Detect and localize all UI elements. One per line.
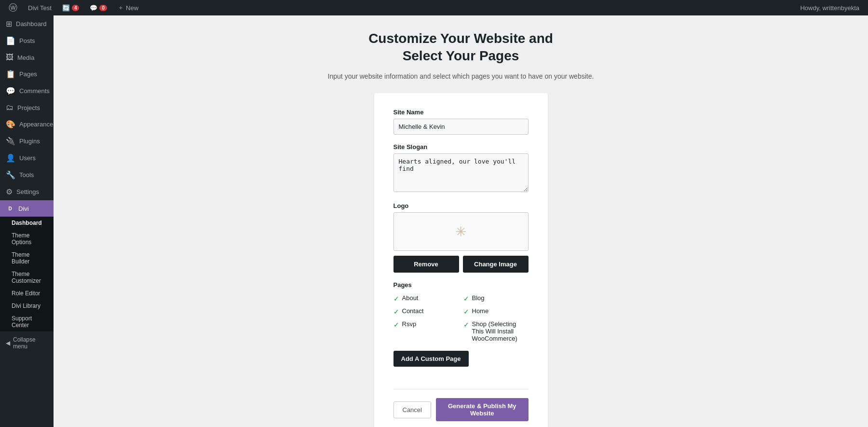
sidebar-label-users: Users: [19, 154, 36, 162]
page-label-blog: Blog: [472, 294, 485, 302]
pages-grid: ✓ About ✓ Blog ✓ Contact ✓ Home: [393, 294, 529, 342]
pages-icon: 📋: [6, 69, 15, 79]
comments-item[interactable]: 💬 0: [85, 0, 112, 15]
sidebar-item-settings[interactable]: ⚙ Settings: [0, 183, 54, 200]
sidebar-item-media[interactable]: 🖼 Media: [0, 49, 54, 66]
logo-button-row: Remove Change Image: [393, 256, 529, 273]
sidebar-item-dashboard[interactable]: ⊞ Dashboard: [0, 15, 54, 32]
collapse-menu-button[interactable]: ◀ Collapse menu: [0, 331, 54, 355]
divi-sub-theme-builder[interactable]: Theme Builder: [0, 248, 54, 268]
site-name-label: Divi Test: [28, 4, 52, 12]
sidebar-label-pages: Pages: [19, 70, 37, 78]
change-image-button[interactable]: Change Image: [463, 256, 529, 273]
remove-logo-button[interactable]: Remove: [393, 256, 459, 273]
site-name-group: Site Name: [393, 109, 529, 135]
collapse-icon: ◀: [6, 340, 10, 346]
customize-card: Site Name Site Slogan Logo ✳ Remove Chan…: [374, 93, 548, 427]
logo-group: Logo ✳ Remove Change Image: [393, 202, 529, 273]
tools-icon: 🔧: [6, 170, 15, 179]
page-check-home: ✓ Home: [463, 307, 529, 316]
sidebar-label-posts: Posts: [19, 37, 35, 44]
page-label-about: About: [402, 294, 419, 302]
sidebar-label-appearance: Appearance: [19, 121, 53, 128]
divi-sub-role-editor[interactable]: Role Editor: [0, 287, 54, 300]
comment-count: 0: [99, 5, 107, 11]
divi-icon: D: [6, 204, 14, 213]
sidebar-label-projects: Projects: [17, 104, 40, 111]
main-content: Customize Your Website and Select Your P…: [54, 15, 868, 427]
sidebar-label-divi: Divi: [18, 205, 29, 212]
admin-bar: ⓦ Divi Test 🔄 4 💬 0 ＋ New Howdy, written…: [0, 0, 868, 15]
site-name-item[interactable]: Divi Test: [23, 0, 56, 15]
wp-icon: ⓦ: [9, 2, 17, 14]
page-title: Customize Your Website and Select Your P…: [63, 30, 858, 65]
media-icon: 🖼: [6, 53, 14, 62]
add-custom-page-button[interactable]: Add A Custom Page: [393, 351, 469, 367]
comments-icon: 💬: [6, 86, 15, 96]
sidebar-item-pages[interactable]: 📋 Pages: [0, 66, 54, 83]
admin-sidebar: ⊞ Dashboard 📄 Posts 🖼 Media 📋 Pages 💬 Co…: [0, 15, 54, 427]
page-check-contact: ✓ Contact: [393, 307, 459, 316]
cancel-button[interactable]: Cancel: [393, 401, 431, 418]
settings-icon: ⚙: [6, 187, 13, 196]
divi-sub-dashboard[interactable]: Dashboard: [0, 217, 54, 229]
check-icon-shop: ✓: [463, 321, 469, 329]
page-check-about: ✓ About: [393, 294, 459, 303]
howdy-text: Howdy, writtenbyekta: [795, 4, 864, 12]
check-icon-about: ✓: [393, 295, 399, 303]
sidebar-item-users[interactable]: 👤 Users: [0, 150, 54, 166]
divider: [393, 389, 529, 389]
site-name-label: Site Name: [393, 109, 529, 116]
check-icon-blog: ✓: [463, 295, 469, 303]
divi-sub-theme-customizer[interactable]: Theme Customizer: [0, 268, 54, 287]
plus-icon: ＋: [118, 3, 124, 12]
page-heading: Customize Your Website and Select Your P…: [63, 30, 858, 65]
sidebar-label-dashboard: Dashboard: [16, 20, 47, 28]
wp-logo-item[interactable]: ⓦ: [4, 0, 22, 15]
projects-icon: 🗂: [6, 103, 14, 112]
divi-sub-theme-options[interactable]: Theme Options: [0, 229, 54, 248]
sidebar-item-plugins[interactable]: 🔌 Plugins: [0, 133, 54, 150]
divi-submenu: Dashboard Theme Options Theme Builder Th…: [0, 217, 54, 331]
site-slogan-group: Site Slogan: [393, 143, 529, 193]
page-label-rsvp: Rsvp: [402, 320, 417, 328]
sidebar-item-tools[interactable]: 🔧 Tools: [0, 166, 54, 183]
plugins-icon: 🔌: [6, 137, 15, 146]
generate-publish-button[interactable]: Generate & Publish My Website: [436, 398, 529, 421]
sidebar-item-divi[interactable]: D Divi: [0, 200, 54, 217]
posts-icon: 📄: [6, 36, 15, 45]
page-check-rsvp: ✓ Rsvp: [393, 320, 459, 342]
collapse-label: Collapse menu: [13, 336, 48, 350]
updates-item[interactable]: 🔄 4: [57, 0, 84, 15]
update-icon: 🔄: [62, 4, 70, 12]
sidebar-label-comments: Comments: [19, 87, 50, 95]
sidebar-item-posts[interactable]: 📄 Posts: [0, 32, 54, 49]
appearance-icon: 🎨: [6, 120, 15, 129]
sidebar-item-projects[interactable]: 🗂 Projects: [0, 99, 54, 116]
users-icon: 👤: [6, 153, 15, 163]
divi-sub-support[interactable]: Support Center: [0, 312, 54, 331]
logo-label: Logo: [393, 202, 529, 209]
pages-label: Pages: [393, 281, 529, 289]
sidebar-item-appearance[interactable]: 🎨 Appearance: [0, 116, 54, 133]
dashboard-icon: ⊞: [6, 19, 12, 28]
check-icon-contact: ✓: [393, 308, 399, 316]
sidebar-label-media: Media: [17, 54, 34, 61]
sidebar-label-plugins: Plugins: [19, 138, 40, 145]
sidebar-item-comments[interactable]: 💬 Comments: [0, 83, 54, 99]
comment-icon: 💬: [90, 4, 97, 12]
site-name-input[interactable]: [393, 119, 529, 135]
page-subtitle: Input your website information and selec…: [63, 71, 858, 82]
page-label-contact: Contact: [402, 307, 424, 315]
site-slogan-input[interactable]: [393, 153, 529, 192]
page-check-blog: ✓ Blog: [463, 294, 529, 303]
new-content-item[interactable]: ＋ New: [113, 0, 143, 15]
divi-sub-library[interactable]: Divi Library: [0, 300, 54, 312]
check-icon-home: ✓: [463, 308, 469, 316]
page-label-home: Home: [472, 307, 489, 315]
update-count: 4: [72, 5, 80, 11]
check-icon-rsvp: ✓: [393, 321, 399, 329]
sidebar-label-tools: Tools: [19, 171, 34, 179]
sidebar-label-settings: Settings: [16, 188, 39, 195]
pages-group: Pages ✓ About ✓ Blog ✓ Contact: [393, 281, 529, 380]
